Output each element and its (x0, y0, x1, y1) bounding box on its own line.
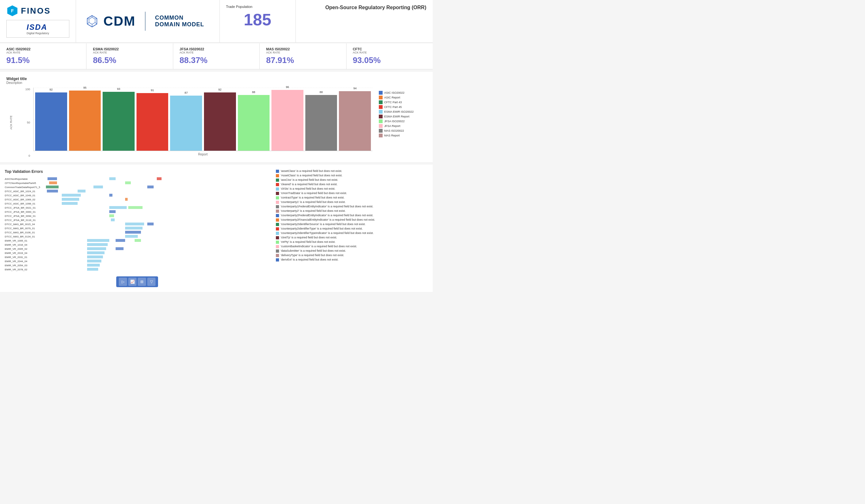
heatmap-data-row-17 (46, 247, 269, 250)
ack-value-1: 86.5% (93, 55, 166, 65)
y-label-100: 100 (25, 88, 30, 91)
bar-2 (103, 92, 135, 151)
error-item-6: 'contractType' is a required field but d… (276, 196, 428, 199)
error-text-8: 'counterparty1FederalEntityIndicator' is… (281, 205, 373, 208)
heatmap-bar-11-1 (147, 223, 154, 225)
heatmap-bar-19-0 (87, 256, 103, 258)
error-item-0: 'assetClass' is a required field but doe… (276, 169, 428, 173)
heatmap-row-labels: ASICNonReportableCFTCNonReportablePart45… (5, 177, 46, 272)
error-item-20: 'derivEvt' is a required field but does … (276, 258, 428, 261)
error-text-4: 'clrSts' is a required field but does no… (281, 187, 335, 190)
ack-value-3: 87.91% (266, 55, 339, 65)
heatmap-data-area (46, 177, 269, 272)
heatmap-bar-22-0 (87, 268, 98, 271)
legend-color-3 (379, 105, 383, 109)
heatmap-bar-17-0 (87, 247, 106, 250)
ack-label-1: ACK RATE (93, 51, 166, 54)
error-dot-0 (276, 170, 279, 173)
legend-item-9: MAS Report (379, 133, 423, 137)
legend-item-3: CFTC Part 45 (379, 105, 423, 109)
heatmap-data-row-2 (46, 185, 269, 189)
legend-item-4: ESMA EMIR ISO20022 (379, 110, 423, 114)
error-item-13: 'counterparty2IdentifierType' is a requi… (276, 227, 428, 231)
cdm-divider (145, 12, 146, 31)
heatmap-bar-2-1 (93, 186, 103, 188)
heatmap-row-label-19: EMIR_VR_2031_01 (5, 255, 46, 259)
heatmap-row-label-16: EMIR_VR_1016_04 (5, 243, 46, 247)
heatmap-bar-15-0 (87, 239, 109, 242)
heatmap-section: Top Validation Errors ASICNonReportableC… (5, 169, 269, 287)
bar-label-1: 95 (83, 86, 86, 89)
bar-label-3: 91 (151, 89, 154, 92)
legend-item-7: JFSA Report (379, 124, 423, 128)
legend-item-0: ASIC ISO20022 (379, 91, 423, 95)
x-axis-label: Report (33, 153, 372, 156)
toolbar-btn-cursor[interactable]: ▷ (119, 278, 127, 286)
cdm-section: CDM COMMON DOMAIN MODEL (76, 0, 220, 43)
error-dot-17 (276, 245, 279, 248)
heatmap-bar-3-0 (47, 190, 58, 192)
heatmap-data-row-1 (46, 181, 269, 185)
toolbar-btn-grid[interactable]: ⊞ (138, 278, 146, 286)
bar-label-7: 96 (286, 85, 289, 89)
heatmap-title: Top Validation Errors (5, 169, 269, 174)
toolbar-btn-filter[interactable]: ▽ (147, 278, 155, 286)
error-dot-8 (276, 205, 279, 208)
error-text-0: 'assetClass' is a required field but doe… (281, 169, 342, 173)
heatmap-data-row-11 (46, 222, 269, 226)
heatmap-bar-11-0 (125, 223, 144, 225)
error-dot-11 (276, 219, 279, 222)
y-axis-numbers: 100 50 0 (22, 88, 30, 157)
legend-label-4: ESMA EMIR ISO20022 (384, 110, 414, 113)
error-item-14: 'counterparty2IdentifierTypeIndicator' i… (276, 232, 428, 235)
error-dot-4 (276, 187, 279, 190)
heatmap-row-label-14: DTCC_MAS_BR_0134_01 (5, 235, 46, 239)
ack-value-4: 93.05% (353, 55, 426, 65)
legend-color-9 (379, 133, 383, 137)
heatmap-row-label-7: DTCC_JFSA_BR_0021_01 (5, 206, 46, 210)
error-item-9: 'counterparty2' is a required field but … (276, 209, 428, 213)
error-text-14: 'counterparty2IdentifierTypeIndicator' i… (281, 232, 374, 235)
error-item-16: 'ctrPty' is a required field but does no… (276, 240, 428, 244)
error-text-10: 'counterparty2FederalEntityIndicator' is… (281, 214, 373, 217)
isda-logo-text: ISDA Digital Regulatory (27, 23, 49, 35)
heatmap-bar-5-1 (125, 198, 128, 201)
ack-regulator-1: ESMA IS020022 (93, 47, 166, 51)
heatmap-data-row-6 (46, 202, 269, 205)
ack-regulator-4: CFTC (353, 47, 426, 51)
heatmap-row-label-20: EMIR_VR_2044_04 (5, 259, 46, 263)
trade-pop-label: Trade Population (226, 5, 289, 9)
ack-label-2: ACK RATE (180, 51, 253, 54)
ack-card-2: JFSA IS020022 ACK RATE 88.37% (173, 43, 260, 69)
ack-card-0: ASIC IS020022 ACK RATE 91.5% (0, 43, 86, 69)
legend-color-4 (379, 110, 383, 114)
error-dot-3 (276, 183, 279, 186)
legend-label-1: ASIC Report (384, 96, 400, 99)
error-text-7: 'counterparty1' is a required field but … (281, 200, 346, 203)
bar-label-8: 88 (320, 91, 323, 94)
ack-value-0: 91.5% (6, 55, 80, 65)
error-dot-20 (276, 258, 279, 261)
bar-chart-area: 92 95 93 91 87 92 88 96 88 94 Report (33, 88, 372, 157)
error-text-13: 'counterparty2IdentifierType' is a requi… (281, 227, 363, 230)
ack-card-3: MAS IS020022 ACK RATE 87.91% (260, 43, 346, 69)
ack-value-2: 88.37% (180, 55, 253, 65)
heatmap-bar-0-1 (109, 177, 116, 180)
heatmap-row-label-6: DTCC_ASIC_BR_1098_01 (5, 202, 46, 206)
error-item-7: 'counterparty1' is a required field but … (276, 200, 428, 204)
heatmap-bar-5-0 (62, 198, 79, 201)
bar-3 (137, 93, 169, 151)
bar-group-7: 96 (272, 90, 303, 151)
heatmap-data-row-7 (46, 206, 269, 209)
error-item-3: 'cleared' is a required field but does n… (276, 183, 428, 186)
toolbar-btn-chart[interactable]: 📈 (128, 278, 137, 286)
y-label-0: 0 (28, 154, 30, 157)
finos-icon: F (6, 5, 19, 17)
bar-7 (272, 90, 303, 151)
chart-wrapper: ACK RATE 100 50 0 92 95 93 91 87 92 (6, 88, 426, 157)
error-text-1: 'AssetClass' is a required field but doe… (281, 174, 342, 177)
heatmap-data-row-5 (46, 198, 269, 201)
toolbar[interactable]: ▷ 📈 ⊞ ▽ (5, 277, 269, 287)
bar-6 (238, 95, 270, 151)
heatmap-data-row-9 (46, 214, 269, 218)
